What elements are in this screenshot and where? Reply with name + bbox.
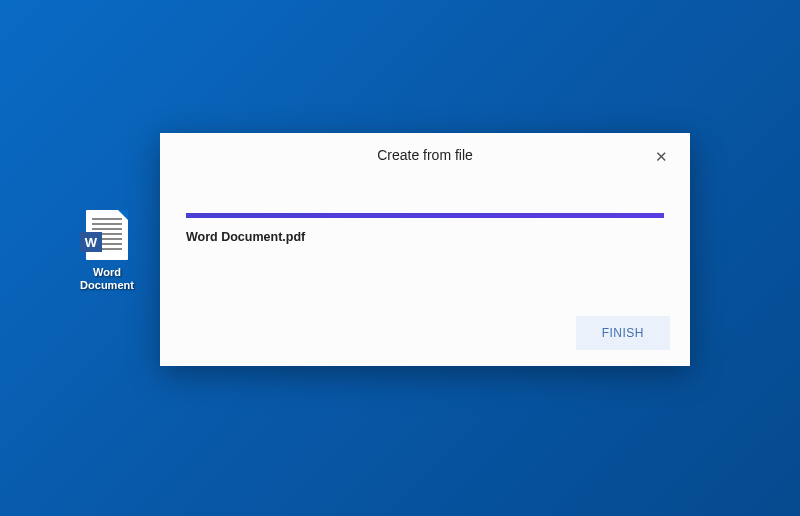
processing-file-name: Word Document.pdf xyxy=(186,230,664,244)
close-button[interactable]: ✕ xyxy=(652,147,670,165)
dialog-title: Create from file xyxy=(180,147,670,163)
finish-button[interactable]: FINISH xyxy=(576,316,670,350)
dialog-header: Create from file ✕ xyxy=(160,133,690,173)
close-icon: ✕ xyxy=(655,149,668,164)
dialog-body: Word Document.pdf xyxy=(160,173,690,244)
icon-label-line2: Document xyxy=(80,279,134,291)
desktop-file-icon[interactable]: W Word Document xyxy=(72,210,142,292)
word-badge-icon: W xyxy=(80,232,102,252)
create-from-file-dialog: Create from file ✕ Word Document.pdf FIN… xyxy=(160,133,690,366)
word-doc-icon: W xyxy=(86,210,128,260)
desktop-icon-label: Word Document xyxy=(80,266,134,292)
icon-label-line1: Word xyxy=(93,266,121,278)
dialog-footer: FINISH xyxy=(576,316,670,350)
progress-bar xyxy=(186,213,664,218)
